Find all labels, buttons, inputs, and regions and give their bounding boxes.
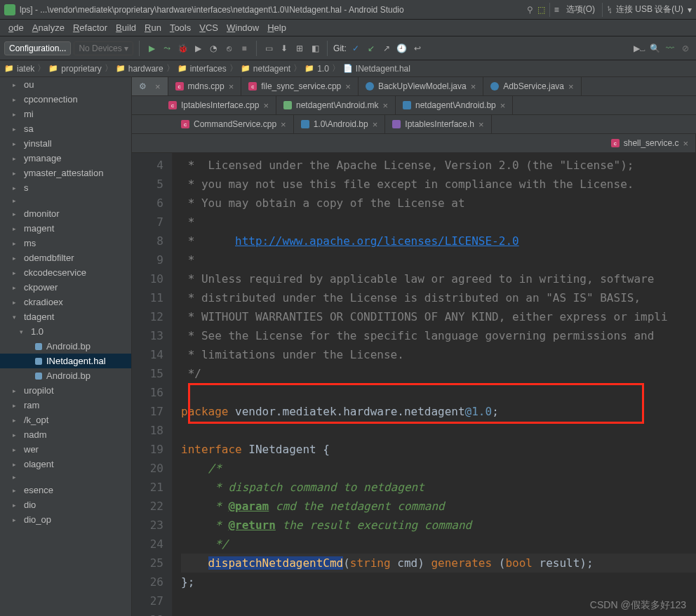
project-folder[interactable]: ▾1.0 [0,324,131,339]
profiler-icon[interactable]: 〰 [664,42,676,55]
close-icon[interactable]: × [155,81,161,92]
menu-icon[interactable]: ≡ [554,5,559,15]
editor-tab[interactable]: IptablesInterface.h× [385,115,491,133]
project-folder[interactable]: ▸ckradioex [0,295,131,309]
close-icon[interactable]: × [373,119,378,130]
editor-tab[interactable]: cCommandService.cpp× [174,115,294,133]
editor-tab[interactable]: netdagent\Android.mk× [276,96,396,114]
project-file[interactable]: Android.bp [0,339,131,354]
menu-build[interactable]: Build [112,22,140,33]
code-line[interactable]: */ [181,535,696,554]
project-folder[interactable]: ▸dmonitor [0,206,131,221]
code-line[interactable]: * [181,213,696,232]
project-folder[interactable]: ▾tdagent [0,309,131,324]
code-line[interactable]: interface INetdagent { [181,440,696,459]
project-folder[interactable]: ▸uropilot [0,383,131,398]
device-select-button[interactable]: No Devices ▾ [74,41,133,55]
code-line[interactable]: * you may not use this file except in co… [181,175,696,194]
breadcrumb-item[interactable]: 📁proprietary [48,64,101,74]
project-folder[interactable]: ▸ [0,471,131,483]
editor-tab[interactable]: cfile_sync_service.cpp× [241,77,359,95]
menu-vcs[interactable]: VCS [195,22,222,33]
code-line[interactable]: */ [181,364,696,383]
profile-icon[interactable]: ◔ [207,42,220,55]
no-entry-icon[interactable]: ⊘ [679,42,692,55]
options-menu[interactable]: 选项(O) [563,4,598,15]
sdk-icon[interactable]: ⬇ [278,42,290,55]
usb-icon[interactable]: ᛪ [607,5,612,15]
chevron-down-icon[interactable]: ▾ [688,5,692,15]
close-icon[interactable]: × [479,119,484,130]
menu-ode[interactable]: ode [4,22,28,33]
coverage-icon[interactable]: ▶ [192,42,204,55]
editor-tab[interactable]: cshell_service.c× [604,134,696,152]
git-history-icon[interactable]: 🕘 [396,42,408,55]
code-line[interactable]: * limitations under the License. [181,345,696,364]
project-file[interactable]: INetdagent.hal [0,354,131,368]
menu-help[interactable]: Help [263,22,290,33]
editor-tab[interactable]: ⚙× [132,77,168,95]
build-icon[interactable]: ▶⎵ [633,42,645,55]
git-commit-icon[interactable]: ↙ [365,42,377,55]
project-folder[interactable]: ▸s [0,180,131,195]
code-line[interactable]: * Licensed under the Apache License, Ver… [181,156,696,175]
breadcrumb-item[interactable]: 📁interfaces [178,64,227,74]
close-icon[interactable]: × [500,100,506,111]
breadcrumb-item[interactable]: 📁iatek [4,64,34,74]
project-folder[interactable]: ▸ymanage [0,151,131,166]
code-line[interactable]: * http://www.apache.org/licenses/LICENSE… [181,232,696,250]
breadcrumb-item[interactable]: 📁netdagent [241,64,290,74]
code-line[interactable]: * @param cmd the netdagent command [181,497,696,516]
close-icon[interactable]: × [683,138,688,149]
code-line[interactable]: * distributed under the License is distr… [181,288,696,307]
project-folder[interactable]: ▸dio_op [0,512,131,527]
close-icon[interactable]: × [568,81,574,92]
project-folder[interactable]: ▸dio [0,497,131,512]
attach-icon[interactable]: ⎋ [222,42,235,55]
close-icon[interactable]: × [471,81,476,92]
editor-tab[interactable]: BackUpViewModel.java× [359,77,483,95]
run-config-button[interactable]: Configuration... [4,41,71,55]
close-icon[interactable]: × [263,100,269,111]
code-line[interactable]: * WITHOUT WARRANTIES OR CONDITIONS OF AN… [181,307,696,326]
breadcrumb-item[interactable]: 📁1.0 [304,64,329,74]
git-rollback-icon[interactable]: ↩ [411,42,424,55]
project-folder[interactable]: ▸wer [0,442,131,457]
android-icon[interactable]: ⬚ [537,5,545,15]
editor-tab[interactable]: 1.0\Android.bp× [294,115,386,133]
close-icon[interactable]: × [345,81,351,92]
avd-icon[interactable]: ▭ [262,42,275,55]
project-folder[interactable]: ▸olagent [0,457,131,471]
resource-icon[interactable]: ◧ [309,42,321,55]
project-tree[interactable]: ▸ou▸cpconnection▸mi▸sa▸yinstall▸ymanage▸… [0,77,132,616]
project-folder[interactable]: ▸magent [0,221,131,236]
debug-icon[interactable]: 🐞 [176,42,189,55]
layout-icon[interactable]: ⊞ [293,42,306,55]
close-icon[interactable]: × [281,119,286,130]
usb-menu[interactable]: 连接 USB 设备(U) [616,4,683,15]
project-folder[interactable]: ▸ms [0,236,131,250]
menu-analyze[interactable]: Analyze [28,22,69,33]
breadcrumb-item[interactable]: 📁hardware [116,64,163,74]
project-folder[interactable]: ▸ymaster_attestation [0,166,131,180]
project-folder[interactable]: ▸mi [0,107,131,121]
code-content[interactable]: * Licensed under the Apache License, Ver… [173,153,696,616]
editor-tab[interactable]: netdagent\Android.bp× [396,96,513,114]
project-folder[interactable]: ▸esence [0,483,131,497]
code-line[interactable]: * [181,250,696,269]
project-folder[interactable]: ▸cpconnection [0,92,131,107]
menu-refactor[interactable]: Refactor [69,22,112,33]
project-folder[interactable]: ▸ckpower [0,280,131,295]
editor-tab[interactable]: AdbService.java× [483,77,581,95]
project-folder[interactable]: ▸ou [0,77,131,92]
code-line[interactable] [181,421,696,440]
project-folder[interactable]: ▸nadm [0,427,131,442]
code-line[interactable]: * See the License for the specific langu… [181,326,696,345]
editor-tab[interactable]: cmdns.cpp× [168,77,242,95]
project-folder[interactable]: ▸sa [0,121,131,136]
code-line[interactable]: * @return the result executing command [181,516,696,535]
breadcrumb-item[interactable]: 📄INetdagent.hal [343,64,410,74]
project-folder[interactable]: ▸odemdbfilter [0,250,131,265]
project-file[interactable]: Android.bp [0,368,131,383]
close-icon[interactable]: × [229,81,234,92]
